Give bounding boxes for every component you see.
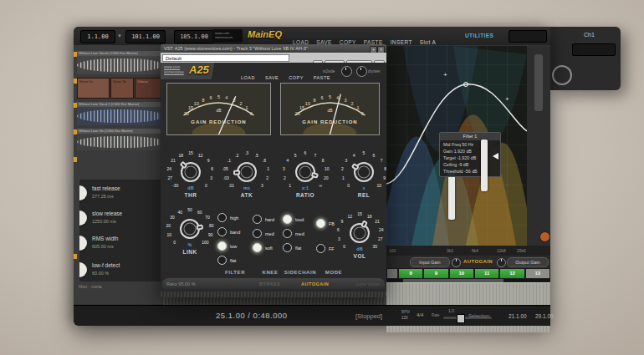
preset-combobox[interactable]: Default bbox=[162, 54, 289, 62]
radio-icon[interactable] bbox=[316, 244, 325, 253]
knob-dial[interactable] bbox=[294, 161, 316, 183]
marker-cell[interactable]: 10 bbox=[449, 268, 474, 279]
media-item[interactable]: Chorus bbox=[135, 78, 164, 99]
radio-option-hard[interactable]: hard bbox=[253, 211, 274, 221]
marker-cell[interactable]: 12 bbox=[499, 268, 524, 279]
marker-cell[interactable]: 9 bbox=[423, 268, 448, 279]
knob-dial[interactable] bbox=[349, 222, 371, 244]
radio-icon[interactable] bbox=[253, 215, 262, 224]
scrollbar-handle[interactable] bbox=[534, 54, 543, 111]
audio-waveform-item[interactable] bbox=[77, 134, 164, 150]
radio-icon[interactable] bbox=[253, 229, 262, 238]
playback-position[interactable]: 25.1.00 / 0:48.000 bbox=[216, 311, 288, 320]
autogain-button[interactable]: AUTOGAIN bbox=[301, 281, 329, 287]
vertical-fader-handle[interactable] bbox=[481, 139, 488, 191]
track-color-tab bbox=[74, 254, 77, 259]
audio-waveform-item[interactable] bbox=[77, 107, 164, 125]
bypass-button[interactable]: BYPASS bbox=[259, 281, 280, 287]
crosshair-handle-icon[interactable]: + bbox=[443, 72, 447, 79]
plugin-menu-item[interactable]: COPY bbox=[289, 75, 304, 80]
param-knob[interactable] bbox=[79, 185, 87, 200]
param-knob[interactable] bbox=[79, 262, 87, 277]
radio-option-high[interactable]: high bbox=[217, 210, 238, 220]
atk-knob[interactable]: .01.03.05.1.2.3.5.8123msATK bbox=[217, 145, 276, 204]
preset-search-box[interactable] bbox=[509, 30, 547, 43]
link-knob[interactable]: 0102030405060708090100%LINK bbox=[161, 202, 219, 261]
menu-item[interactable]: Slot A bbox=[420, 39, 436, 45]
radio-option-low[interactable]: low bbox=[217, 238, 237, 248]
plugin-name: A25 bbox=[189, 63, 209, 76]
knob-tick: 6 bbox=[304, 150, 307, 155]
timecode-display[interactable]: 185.1.00 bbox=[174, 30, 214, 43]
radio-option-FB[interactable]: FB bbox=[316, 216, 335, 226]
rel-knob[interactable]: 012345678910sREL bbox=[335, 145, 386, 204]
menu-item[interactable]: INSERT bbox=[391, 39, 412, 45]
selection-end[interactable]: 29.1.00 bbox=[535, 313, 554, 319]
thr-knob[interactable]: -302724211815129630dBTHR bbox=[161, 145, 220, 204]
radio-label: FB bbox=[329, 221, 335, 226]
media-item[interactable]: Verse 1b bbox=[110, 78, 134, 99]
knob-tick: .05 bbox=[222, 166, 228, 171]
stonevoices-logo: www.com stonevoices A25 bbox=[161, 63, 234, 79]
output-gain-knob[interactable] bbox=[497, 258, 506, 267]
autogain-button[interactable]: AUTOGAIN bbox=[463, 259, 493, 264]
selection-start[interactable]: 21.1.00 bbox=[509, 313, 527, 319]
bpm-value[interactable]: 120 bbox=[401, 316, 408, 320]
tooltip-row: Ceiling -9 dB bbox=[440, 161, 500, 168]
vertical-fader-handle[interactable] bbox=[448, 171, 455, 220]
knob-dial[interactable] bbox=[353, 161, 375, 183]
radio-option-med[interactable]: med bbox=[253, 226, 274, 236]
input-gain-knob[interactable] bbox=[452, 258, 461, 267]
rate-slider-handle[interactable] bbox=[457, 314, 465, 323]
timecode-display[interactable]: 101.1.00 bbox=[125, 30, 166, 43]
audio-waveform-item[interactable] bbox=[77, 56, 164, 74]
jog-wheel-icon[interactable] bbox=[552, 65, 572, 85]
marker-cell[interactable]: 11 bbox=[474, 268, 499, 279]
radio-icon[interactable] bbox=[283, 229, 292, 238]
param-knob[interactable] bbox=[79, 210, 87, 226]
marker-cell[interactable]: 13 bbox=[525, 268, 550, 279]
track-color-tab bbox=[74, 157, 77, 162]
in2side-knob[interactable] bbox=[341, 66, 352, 77]
radio-option-FF[interactable]: FF bbox=[316, 241, 335, 251]
radio-icon[interactable] bbox=[217, 213, 227, 222]
crosshair-handle-icon[interactable]: + bbox=[505, 96, 509, 103]
time-signature[interactable]: 4/4 bbox=[417, 312, 423, 317]
radio-option-loud[interactable]: loud bbox=[283, 211, 304, 221]
radio-icon[interactable] bbox=[217, 227, 227, 236]
radio-icon[interactable] bbox=[283, 215, 292, 224]
drywet-knob[interactable] bbox=[356, 66, 367, 77]
record-led-icon[interactable] bbox=[539, 231, 550, 242]
midi-item-row[interactable]: Verse 1a Verse 1b Chorus bbox=[77, 78, 164, 99]
input-gain-button[interactable]: Input Gain bbox=[410, 257, 450, 267]
plugin-menu-item[interactable]: PASTE bbox=[314, 75, 330, 80]
radio-icon[interactable] bbox=[217, 241, 227, 251]
radio-option-soft[interactable]: soft bbox=[253, 240, 273, 250]
knob-dial[interactable] bbox=[179, 218, 201, 240]
plugin-menu-item[interactable]: SAVE bbox=[265, 75, 279, 80]
radio-option-flat[interactable]: flat bbox=[283, 240, 301, 250]
radio-option-flat[interactable]: flat bbox=[217, 252, 236, 262]
output-gain-button[interactable]: Output Gain bbox=[507, 257, 549, 267]
knob-tick: 3 bbox=[210, 175, 212, 180]
utilities-button[interactable]: UTILITIES bbox=[465, 33, 493, 38]
fx-window-titlebar[interactable]: VST: A25 (www.stonevoices.com) - Track 3… bbox=[161, 44, 386, 53]
radio-icon[interactable] bbox=[316, 219, 325, 228]
knob-dial[interactable] bbox=[236, 161, 258, 183]
chevron-down-icon[interactable]: ▼ bbox=[117, 33, 122, 38]
gain-reduction-meter: 20151086543210dBGAIN REDUCTION bbox=[280, 83, 380, 135]
marker-cell[interactable]: 8 bbox=[398, 268, 423, 279]
plugin-menu-item[interactable]: LOAD bbox=[241, 75, 255, 80]
radio-option-med[interactable]: med bbox=[283, 226, 304, 236]
radio-option-band[interactable]: band bbox=[217, 224, 240, 234]
radio-icon[interactable] bbox=[217, 256, 227, 265]
ratio-knob[interactable]: 123456781020∞x:1RATIO bbox=[276, 145, 335, 204]
radio-icon[interactable] bbox=[283, 243, 292, 252]
media-item[interactable]: Verse 1a bbox=[77, 78, 110, 99]
radio-icon[interactable] bbox=[253, 243, 262, 252]
knob-dial[interactable] bbox=[180, 161, 202, 183]
knob-tick: 9 bbox=[207, 158, 210, 163]
eq-spectrum-display[interactable]: + + Filter 1 Mid Freq 50 Hz Gain 1.920 d… bbox=[386, 46, 527, 246]
param-knob[interactable] bbox=[79, 236, 87, 251]
timecode-display[interactable]: 1.1.00 bbox=[80, 30, 115, 43]
